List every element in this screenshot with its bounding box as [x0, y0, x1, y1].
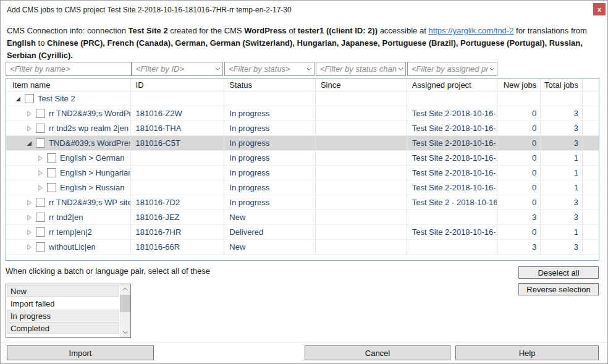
row-checkbox[interactable]	[36, 198, 45, 207]
table-row[interactable]: rr TND2&#39;s WordPr... 181016-Z2W In pr…	[6, 106, 599, 121]
filter-by-name[interactable]	[6, 62, 132, 76]
jobs-tree-body: Test Site 2 rr TND2&#39;s	[6, 91, 599, 255]
column-header-id[interactable]: ID	[131, 78, 225, 91]
row-checkbox[interactable]	[47, 153, 56, 163]
row-checkbox[interactable]	[36, 109, 45, 118]
info-segment: created for the CMS	[170, 26, 244, 35]
table-row[interactable]: Test Site 2	[6, 91, 599, 106]
filter-by-assigned-project[interactable]	[407, 62, 497, 76]
filter-by-name-input[interactable]	[6, 62, 131, 75]
table-row[interactable]: TND&#039;s WordPress... 181016-C5T In pr…	[6, 136, 599, 151]
since-cell	[316, 106, 407, 121]
spacer-cell	[583, 151, 599, 165]
table-row[interactable]: English > German In progress Test Site 2…	[6, 151, 599, 166]
new-jobs-cell: 0	[497, 180, 541, 195]
scroll-up-icon[interactable]	[120, 284, 130, 294]
filter-by-status-changed[interactable]	[316, 62, 406, 76]
spacer-cell	[583, 225, 599, 239]
since-cell	[316, 225, 407, 239]
expander-collapsed-icon[interactable]	[37, 185, 43, 191]
column-header-since[interactable]: Since	[316, 78, 407, 91]
expander-expanded-icon[interactable]	[15, 96, 21, 102]
reverse-selection-button[interactable]: Reverse selection	[518, 283, 599, 295]
item-name-label: rr TND2&#39;s WordPr...	[49, 109, 130, 118]
chevron-down-icon[interactable]	[489, 67, 495, 71]
listbox-scrollbar[interactable]	[120, 284, 130, 337]
table-row[interactable]: rr TND2&#39;s WP site... 181016-7D2 In p…	[6, 195, 599, 210]
assigned-project-cell: Test Site 2 - 2018-10-16-1	[407, 195, 498, 210]
table-row[interactable]: withoutLic|en 181016-66R New 3 3	[6, 240, 599, 255]
expander-expanded-icon[interactable]	[26, 140, 32, 146]
column-header-new-jobs[interactable]: New jobs	[497, 78, 541, 91]
scrollbar-thumb[interactable]	[120, 295, 130, 312]
status-cell: New	[224, 240, 316, 254]
since-cell	[316, 195, 407, 210]
help-button[interactable]: Help	[455, 345, 599, 360]
row-checkbox[interactable]	[36, 242, 45, 252]
total-jobs-cell: 3	[541, 240, 583, 254]
status-list-item[interactable]: New	[7, 285, 119, 297]
total-jobs-cell: 1	[541, 225, 583, 239]
deselect-all-button[interactable]: Deselect all	[518, 266, 599, 279]
table-row[interactable]: rr tnd2|en 181016-JEZ New 3 3	[6, 210, 599, 225]
status-listbox[interactable]: New Import failed In progress Completed	[6, 284, 131, 338]
column-header-total-jobs[interactable]: Total jobs	[541, 78, 583, 91]
item-name-cell: rr tnd2|en	[6, 210, 131, 224]
filter-by-assigned-project-input[interactable]	[408, 62, 497, 75]
expander-collapsed-icon[interactable]	[26, 214, 32, 221]
row-checkbox[interactable]	[36, 124, 45, 133]
expander-collapsed-icon[interactable]	[37, 155, 43, 161]
column-header-status[interactable]: Status	[224, 78, 316, 91]
id-cell	[131, 91, 225, 106]
table-row[interactable]: English > Hungarian In progress Test Sit…	[6, 166, 599, 180]
since-cell	[316, 210, 407, 224]
column-header-assigned-project[interactable]: Assigned project	[407, 78, 498, 91]
status-list-item[interactable]: In progress	[7, 310, 119, 321]
id-cell	[131, 180, 225, 195]
total-jobs-cell: 1	[541, 151, 583, 165]
filter-by-status[interactable]	[224, 62, 315, 76]
id-cell: 181016-Z2W	[131, 106, 225, 121]
cancel-button[interactable]: Cancel	[305, 345, 450, 360]
chevron-down-icon[interactable]	[215, 67, 221, 71]
spacer-cell	[583, 240, 599, 254]
info-segment[interactable]: https://yarglik.com/tnd-2	[428, 26, 513, 35]
row-checkbox[interactable]	[36, 227, 45, 237]
assigned-project-cell: Test Site 2-2018-10-16-18	[407, 166, 498, 180]
scroll-down-icon[interactable]	[120, 328, 130, 337]
status-list-item[interactable]: Import failed	[7, 297, 119, 309]
chevron-down-icon[interactable]	[398, 67, 403, 71]
row-checkbox[interactable]	[36, 213, 45, 222]
column-header-item-name[interactable]: Item name	[6, 78, 131, 91]
chevron-down-icon[interactable]	[306, 67, 312, 71]
filter-by-status-input[interactable]	[225, 62, 314, 75]
spacer-cell	[583, 166, 599, 180]
expander-collapsed-icon[interactable]	[26, 111, 32, 117]
expander-collapsed-icon[interactable]	[37, 170, 43, 176]
filter-by-id[interactable]	[132, 62, 223, 76]
table-row[interactable]: rr tnd2s wp realm 2|en 181016-THA In pro…	[6, 121, 599, 136]
close-button[interactable]: x	[593, 3, 606, 15]
item-name-label: Test Site 2	[38, 94, 75, 103]
row-checkbox[interactable]	[36, 138, 45, 148]
total-jobs-cell: 3	[541, 106, 583, 121]
table-row[interactable]: rr temp|en|2 181016-7HR Delivered Test S…	[6, 225, 599, 240]
table-row[interactable]: English > Russian In progress Test Site …	[6, 180, 599, 195]
spacer-cell	[583, 180, 599, 195]
import-button[interactable]: Import	[7, 345, 154, 360]
info-segment: WordPress	[244, 26, 286, 35]
row-checkbox[interactable]	[47, 183, 56, 192]
item-name-label: withoutLic|en	[49, 242, 96, 252]
expander-collapsed-icon[interactable]	[26, 200, 32, 206]
filter-by-status-changed-input[interactable]	[316, 62, 405, 75]
status-list-item[interactable]: Completed	[7, 322, 119, 334]
expander-collapsed-icon[interactable]	[26, 229, 32, 235]
filter-by-id-input[interactable]	[132, 62, 222, 75]
id-cell: 181016-66R	[131, 240, 225, 254]
spacer-cell	[583, 106, 599, 121]
row-checkbox[interactable]	[25, 94, 34, 103]
new-jobs-cell: 3	[497, 210, 541, 224]
row-checkbox[interactable]	[47, 168, 56, 177]
expander-collapsed-icon[interactable]	[26, 244, 32, 250]
expander-collapsed-icon[interactable]	[26, 125, 32, 132]
